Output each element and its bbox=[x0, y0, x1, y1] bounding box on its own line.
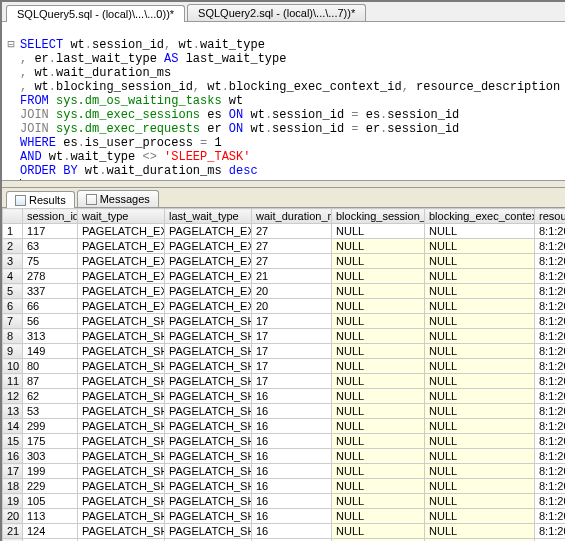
grid-cell[interactable]: NULL bbox=[425, 359, 535, 374]
grid-cell[interactable]: NULL bbox=[332, 389, 425, 404]
table-row[interactable]: 5337PAGELATCH_EXPAGELATCH_EX20NULLNULL8:… bbox=[3, 284, 566, 299]
grid-cell[interactable]: 8:1:20354 bbox=[535, 269, 566, 284]
grid-cell[interactable]: 8:1:20354 bbox=[535, 464, 566, 479]
grid-cell[interactable]: NULL bbox=[425, 314, 535, 329]
row-number-cell[interactable]: 15 bbox=[3, 434, 23, 449]
grid-cell[interactable]: NULL bbox=[332, 224, 425, 239]
grid-cell[interactable]: PAGELATCH_EX bbox=[78, 239, 165, 254]
grid-cell[interactable]: NULL bbox=[332, 374, 425, 389]
table-row[interactable]: 1353PAGELATCH_SHPAGELATCH_SH16NULLNULL8:… bbox=[3, 404, 566, 419]
grid-cell[interactable]: NULL bbox=[332, 239, 425, 254]
table-row[interactable]: 1262PAGELATCH_SHPAGELATCH_SH16NULLNULL8:… bbox=[3, 389, 566, 404]
table-row[interactable]: 1187PAGELATCH_SHPAGELATCH_SH17NULLNULL8:… bbox=[3, 374, 566, 389]
grid-cell[interactable]: NULL bbox=[425, 479, 535, 494]
grid-cell[interactable]: 87 bbox=[23, 374, 78, 389]
table-row[interactable]: 8313PAGELATCH_SHPAGELATCH_SH17NULLNULL8:… bbox=[3, 329, 566, 344]
grid-cell[interactable]: NULL bbox=[425, 509, 535, 524]
grid-cell[interactable]: PAGELATCH_SH bbox=[165, 329, 252, 344]
grid-cell[interactable]: NULL bbox=[425, 329, 535, 344]
col-resource-description[interactable]: resource_description bbox=[535, 209, 566, 224]
grid-cell[interactable]: 17 bbox=[252, 314, 332, 329]
results-grid-container[interactable]: session_id wait_type last_wait_type wait… bbox=[2, 208, 565, 541]
row-number-cell[interactable]: 10 bbox=[3, 359, 23, 374]
grid-cell[interactable]: 8:1:20354 bbox=[535, 329, 566, 344]
results-grid[interactable]: session_id wait_type last_wait_type wait… bbox=[2, 208, 565, 541]
table-row[interactable]: 20113PAGELATCH_SHPAGELATCH_SH16NULLNULL8… bbox=[3, 509, 566, 524]
grid-cell[interactable]: 27 bbox=[252, 224, 332, 239]
row-number-cell[interactable]: 8 bbox=[3, 329, 23, 344]
grid-cell[interactable]: 16 bbox=[252, 524, 332, 539]
row-number-cell[interactable]: 7 bbox=[3, 314, 23, 329]
grid-cell[interactable]: 16 bbox=[252, 479, 332, 494]
col-blocking-exec-context-id[interactable]: blocking_exec_context_id bbox=[425, 209, 535, 224]
grid-cell[interactable]: PAGELATCH_EX bbox=[165, 239, 252, 254]
grid-cell[interactable]: 27 bbox=[252, 239, 332, 254]
grid-cell[interactable]: 16 bbox=[252, 434, 332, 449]
table-row[interactable]: 15175PAGELATCH_SHPAGELATCH_SH16NULLNULL8… bbox=[3, 434, 566, 449]
grid-cell[interactable]: 20 bbox=[252, 299, 332, 314]
grid-cell[interactable]: NULL bbox=[425, 434, 535, 449]
grid-cell[interactable]: PAGELATCH_SH bbox=[78, 389, 165, 404]
grid-cell[interactable]: 16 bbox=[252, 464, 332, 479]
sql-code[interactable]: SELECT wt.session_id, wt.wait_type , er.… bbox=[20, 38, 560, 180]
grid-cell[interactable]: NULL bbox=[425, 524, 535, 539]
grid-cell[interactable]: PAGELATCH_SH bbox=[165, 524, 252, 539]
grid-cell[interactable]: PAGELATCH_SH bbox=[78, 374, 165, 389]
grid-cell[interactable]: 20 bbox=[252, 284, 332, 299]
sql-editor[interactable]: ⊟SELECT wt.session_id, wt.wait_type , er… bbox=[2, 22, 565, 180]
grid-cell[interactable]: 16 bbox=[252, 404, 332, 419]
grid-cell[interactable]: NULL bbox=[332, 479, 425, 494]
grid-cell[interactable]: NULL bbox=[425, 449, 535, 464]
grid-cell[interactable]: 8:1:20354 bbox=[535, 359, 566, 374]
grid-cell[interactable]: 229 bbox=[23, 479, 78, 494]
grid-cell[interactable]: PAGELATCH_SH bbox=[165, 404, 252, 419]
col-last-wait-type[interactable]: last_wait_type bbox=[165, 209, 252, 224]
grid-cell[interactable]: 8:1:20354 bbox=[535, 479, 566, 494]
grid-cell[interactable]: NULL bbox=[332, 284, 425, 299]
grid-cell[interactable]: 303 bbox=[23, 449, 78, 464]
grid-cell[interactable]: PAGELATCH_EX bbox=[78, 284, 165, 299]
row-number-cell[interactable]: 11 bbox=[3, 374, 23, 389]
grid-cell[interactable]: NULL bbox=[332, 254, 425, 269]
grid-cell[interactable]: PAGELATCH_EX bbox=[78, 299, 165, 314]
grid-cell[interactable]: 17 bbox=[252, 374, 332, 389]
col-wait-duration-ms[interactable]: wait_duration_ms bbox=[252, 209, 332, 224]
table-row[interactable]: 17199PAGELATCH_SHPAGELATCH_SH16NULLNULL8… bbox=[3, 464, 566, 479]
row-number-cell[interactable]: 19 bbox=[3, 494, 23, 509]
grid-cell[interactable]: 124 bbox=[23, 524, 78, 539]
grid-cell[interactable]: 8:1:20354 bbox=[535, 509, 566, 524]
row-number-cell[interactable]: 13 bbox=[3, 404, 23, 419]
grid-cell[interactable]: PAGELATCH_EX bbox=[78, 269, 165, 284]
grid-cell[interactable]: 8:1:20354 bbox=[535, 344, 566, 359]
grid-cell[interactable]: 8:1:20354 bbox=[535, 434, 566, 449]
row-header-blank[interactable] bbox=[3, 209, 23, 224]
grid-cell[interactable]: 299 bbox=[23, 419, 78, 434]
row-number-cell[interactable]: 21 bbox=[3, 524, 23, 539]
grid-cell[interactable]: NULL bbox=[332, 434, 425, 449]
row-number-cell[interactable]: 9 bbox=[3, 344, 23, 359]
messages-tab[interactable]: Messages bbox=[77, 190, 159, 207]
grid-cell[interactable]: 16 bbox=[252, 509, 332, 524]
grid-cell[interactable]: 56 bbox=[23, 314, 78, 329]
grid-cell[interactable]: PAGELATCH_SH bbox=[78, 509, 165, 524]
grid-cell[interactable]: NULL bbox=[332, 509, 425, 524]
grid-cell[interactable]: 8:1:20354 bbox=[535, 494, 566, 509]
grid-cell[interactable]: 175 bbox=[23, 434, 78, 449]
grid-cell[interactable]: PAGELATCH_SH bbox=[165, 359, 252, 374]
grid-cell[interactable]: PAGELATCH_SH bbox=[165, 464, 252, 479]
grid-cell[interactable]: 17 bbox=[252, 344, 332, 359]
grid-cell[interactable]: NULL bbox=[425, 419, 535, 434]
grid-cell[interactable]: 8:1:20354 bbox=[535, 239, 566, 254]
grid-cell[interactable]: NULL bbox=[425, 494, 535, 509]
grid-cell[interactable]: NULL bbox=[425, 254, 535, 269]
grid-cell[interactable]: NULL bbox=[332, 419, 425, 434]
grid-cell[interactable]: PAGELATCH_SH bbox=[78, 434, 165, 449]
row-number-cell[interactable]: 18 bbox=[3, 479, 23, 494]
grid-cell[interactable]: PAGELATCH_EX bbox=[165, 254, 252, 269]
outline-collapse-icon[interactable]: ⊟ bbox=[2, 38, 20, 52]
grid-cell[interactable]: NULL bbox=[425, 299, 535, 314]
grid-cell[interactable]: 113 bbox=[23, 509, 78, 524]
grid-cell[interactable]: 8:1:20354 bbox=[535, 404, 566, 419]
row-number-cell[interactable]: 3 bbox=[3, 254, 23, 269]
grid-cell[interactable]: 337 bbox=[23, 284, 78, 299]
